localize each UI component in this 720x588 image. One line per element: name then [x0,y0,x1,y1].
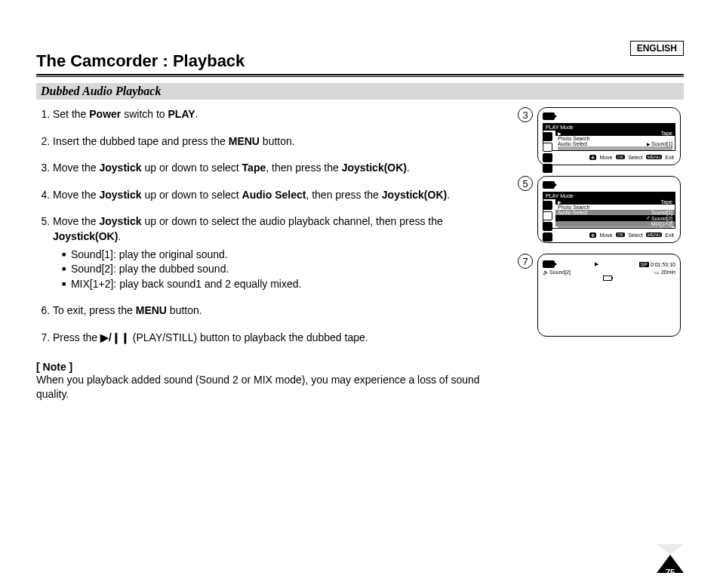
instruction-column: Set the Power switch to PLAY. Insert the… [36,107,518,402]
step-1: Set the Power switch to PLAY. [53,107,510,122]
option-sound1: Sound[1] [651,210,672,215]
text-bold: MENU [136,304,167,316]
figure-number-3: 3 [518,107,533,122]
text: . [195,108,198,120]
text-bold: Joystick(OK) [382,189,447,201]
figure-number-7: 7 [518,254,533,269]
menu-item-audio-select: Audio Select Sound[1] [555,141,675,146]
sp-indicator: SP [639,262,649,267]
footer-move: Move [599,155,612,160]
menu-item-photo-search: Photo Search [555,205,675,210]
menu-icon: MENU [646,232,663,237]
footer-exit: Exit [665,232,674,238]
ok-icon: OK [616,155,626,159]
text: Move the [53,162,99,174]
text-bold: PLAY [168,108,195,120]
text-bold: Joystick [99,189,141,201]
text: up or down to select the audio playback … [142,215,443,227]
camcorder-icon [543,112,555,120]
text: switch to [121,108,168,120]
sound-channel: Sound[2] [549,269,571,275]
category-icon [543,143,552,152]
text: Move the [53,215,99,227]
figure-number-5: 5 [518,176,533,191]
option-sound2: Sound[2] [555,215,675,221]
text-bold: Power [89,108,121,120]
osd-screen-3: PLAY Mode Tape Photo Search Audio Select… [537,107,681,165]
menu-category-icons [543,132,552,173]
text-bold: Audio Select [242,189,306,201]
joystick-icon: ✥ [589,232,596,238]
menu-title: PLAY Mode [543,124,675,131]
text: up or down to select [142,162,242,174]
category-icon [543,153,552,162]
step-5-option-2: Sound[2]: play the dubbed sound. [62,262,510,277]
section-subheading: Dubbed Audio Playback [36,83,684,100]
step-3: Move the Joystick up or down to select T… [53,161,510,176]
label: Audio Select [558,141,587,146]
ok-icon: OK [616,232,626,237]
step-7: Press the ▶/❙❙ (PLAY/STILL) button to pl… [53,331,510,346]
menu-item-tape: Tape [555,131,675,136]
text-bold: Joystick [99,215,141,227]
footer-select: Select [628,232,642,238]
note-label: [ Note ] [36,361,510,373]
page-title: The Camcorder : Playback [36,51,684,71]
title-rule [36,74,684,75]
page-number: 75 [657,568,684,577]
text: , then press the [306,189,381,201]
step-5-option-1: Sound[1]: play the original sound. [62,248,510,263]
battery-icon [603,276,612,281]
label: Sound[2] [651,216,672,221]
footer-exit: Exit [665,155,674,160]
step-6: To exit, press the MENU button. [53,303,510,319]
category-icon [543,132,552,141]
menu-category-icons [543,201,552,242]
category-icon [543,211,552,220]
menu-footer: ✥Move OKSelect MENUExit [543,229,675,239]
menu-item-tape: Tape [555,199,675,205]
cassette-icon: ▭ [654,269,660,275]
text-bold: Joystick [99,162,141,174]
play-still-icon: ▶/❙❙ [100,331,130,343]
text-bold: Joystick(OK) [342,162,407,174]
text: , then press the [266,162,341,174]
menu-divider [558,227,672,228]
osd-screen-7: ▶ SP 0:01:53:10 🔉Sound[2] ▭ 20min [537,254,681,337]
text: (PLAY/STILL) button to playback the dubb… [130,331,368,343]
category-icon [543,164,552,173]
text: . [407,162,410,174]
footer-move: Move [599,232,612,238]
note-text: When you playback added sound (Sound 2 o… [36,373,510,402]
text-bold: Tape [242,162,266,174]
text: Set the [53,108,89,120]
footer-select: Select [628,155,642,160]
check-icon [646,215,651,221]
menu-item-audio-select: Audio Select Sound[1] [555,210,675,215]
figures-column: 3 PLAY Mode Tape Photo Search [518,107,684,402]
menu-divider [558,149,672,150]
category-icon [543,232,552,242]
step-4: Move the Joystick up or down to select A… [53,188,510,203]
option-mix: MIX[1+2] [555,221,675,226]
joystick-icon: ✥ [589,155,596,160]
step-5-option-3: MIX[1+2]: play back sound1 and 2 equally… [62,277,510,292]
value: Sound[1] [647,141,672,146]
text: Insert the dubbed tape and press the [53,135,229,147]
text: button. [260,135,295,147]
title-rule-thin [36,76,684,77]
text: Press the [53,331,100,343]
text: up or down to select [142,189,242,201]
step-5: Move the Joystick up or down to select t… [53,214,510,291]
menu-footer: ✥Move OKSelect MENUExit [543,151,675,162]
timecode: 0:01:53:10 [651,262,675,267]
tape-icon: 🔉 [543,269,549,275]
remaining-time: 20min [661,269,675,275]
category-icon [543,201,552,210]
camcorder-icon [543,181,555,189]
text: Move the [53,189,99,201]
text-bold: MENU [229,135,260,147]
page-badge-decoration [657,544,684,555]
text: To exit, press the [53,304,136,316]
camcorder-icon [543,260,555,268]
